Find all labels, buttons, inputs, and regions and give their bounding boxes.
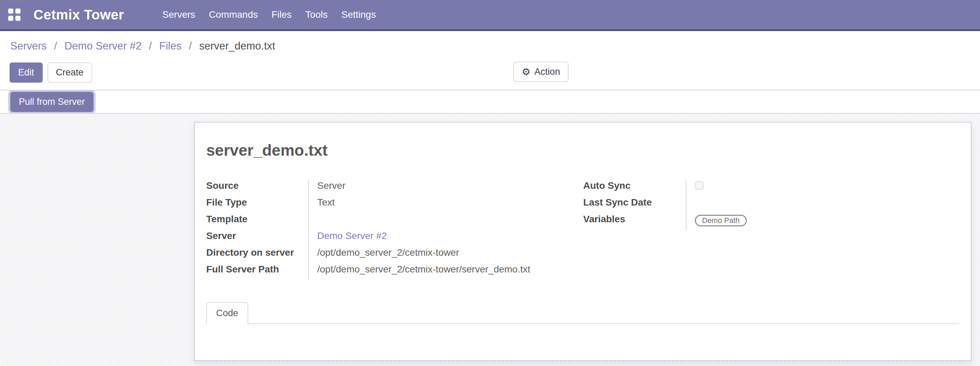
apps-grid-square: [15, 8, 21, 14]
field-group-right: Auto Sync Last Sync Date Variables Demo …: [583, 180, 959, 230]
field-value-full-server-path: /opt/demo_server_2/cetmix-tower/server_d…: [317, 264, 530, 275]
control-panel-buttons: Edit Create: [10, 62, 92, 83]
field-groups: Source Server File Type Text Template Se…: [206, 180, 959, 280]
field-row-variables: Variables Demo Path: [583, 213, 959, 230]
field-value-directory-on-server: /opt/demo_server_2/cetmix-tower: [317, 247, 459, 258]
breadcrumb-separator: /: [149, 40, 152, 52]
edit-button[interactable]: Edit: [10, 62, 43, 83]
auto-sync-checkbox[interactable]: [695, 181, 704, 190]
action-menu-button[interactable]: ⚙ Action: [513, 62, 568, 82]
gear-icon: ⚙: [522, 67, 530, 77]
field-group-left: Source Server File Type Text Template Se…: [206, 180, 583, 280]
apps-grid-square: [15, 16, 21, 21]
field-value-server-link[interactable]: Demo Server #2: [317, 231, 387, 241]
action-menu-label: Action: [535, 66, 560, 78]
top-menu: Servers Commands Files Tools Settings: [155, 9, 382, 20]
field-row-directory-on-server: Directory on server /opt/demo_server_2/c…: [206, 247, 583, 264]
field-row-source: Source Server: [206, 180, 583, 197]
nav-item-tools[interactable]: Tools: [298, 9, 334, 20]
create-button[interactable]: Create: [48, 62, 92, 83]
breadcrumb-separator: /: [189, 40, 192, 52]
app-brand[interactable]: Cetmix Tower: [33, 7, 124, 22]
field-label-variables: Variables: [583, 213, 686, 230]
apps-grid-square: [8, 8, 13, 14]
field-row-last-sync-date: Last Sync Date: [583, 197, 959, 213]
field-label-template: Template: [206, 213, 308, 230]
field-row-auto-sync: Auto Sync: [583, 180, 959, 197]
field-value-file-type: Text: [317, 197, 335, 208]
nav-item-files[interactable]: Files: [265, 9, 298, 20]
page: Cetmix Tower Servers Commands Files Tool…: [0, 0, 980, 366]
field-label-source: Source: [206, 180, 308, 197]
nav-item-servers[interactable]: Servers: [155, 9, 202, 20]
tab-code[interactable]: Code: [206, 302, 248, 325]
field-row-full-server-path: Full Server Path /opt/demo_server_2/cetm…: [206, 264, 583, 280]
file-name-title: server_demo.txt: [206, 141, 959, 159]
breadcrumb-link-servers[interactable]: Servers: [10, 40, 47, 52]
field-label-auto-sync: Auto Sync: [583, 180, 686, 197]
nav-item-commands[interactable]: Commands: [202, 9, 265, 20]
breadcrumb-current: server_demo.txt: [199, 40, 275, 52]
code-tab-content: [206, 324, 959, 355]
field-label-directory-on-server: Directory on server: [206, 247, 308, 264]
field-value-source: Server: [317, 180, 345, 191]
form-statusbar: Pull from Server: [0, 90, 980, 114]
form-sheet: server_demo.txt Source Server File Type …: [194, 122, 972, 361]
field-label-last-sync-date: Last Sync Date: [583, 197, 686, 213]
notebook-tabs-header: Code: [206, 301, 959, 324]
notebook: Code: [206, 301, 959, 355]
field-row-template: Template: [206, 213, 583, 230]
nav-item-settings[interactable]: Settings: [334, 9, 382, 20]
field-row-server: Server Demo Server #2: [206, 230, 583, 247]
top-navbar: Cetmix Tower Servers Commands Files Tool…: [0, 0, 980, 31]
apps-grid-square: [8, 16, 13, 21]
field-label-file-type: File Type: [206, 197, 308, 213]
control-panel: Servers / Demo Server #2 / Files / serve…: [0, 31, 980, 90]
field-row-file-type: File Type Text: [206, 197, 583, 213]
pull-from-server-button[interactable]: Pull from Server: [10, 92, 94, 112]
breadcrumb-link-demo-server-2[interactable]: Demo Server #2: [65, 40, 142, 52]
variable-tag-demo-path[interactable]: Demo Path: [695, 215, 747, 226]
breadcrumb-separator: /: [54, 40, 57, 52]
field-label-server: Server: [206, 230, 308, 247]
field-label-full-server-path: Full Server Path: [206, 264, 308, 280]
apps-menu-icon[interactable]: [8, 8, 21, 21]
form-view-background: server_demo.txt Source Server File Type …: [0, 114, 980, 366]
breadcrumb: Servers / Demo Server #2 / Files / serve…: [10, 40, 275, 52]
breadcrumb-link-files[interactable]: Files: [159, 40, 181, 52]
